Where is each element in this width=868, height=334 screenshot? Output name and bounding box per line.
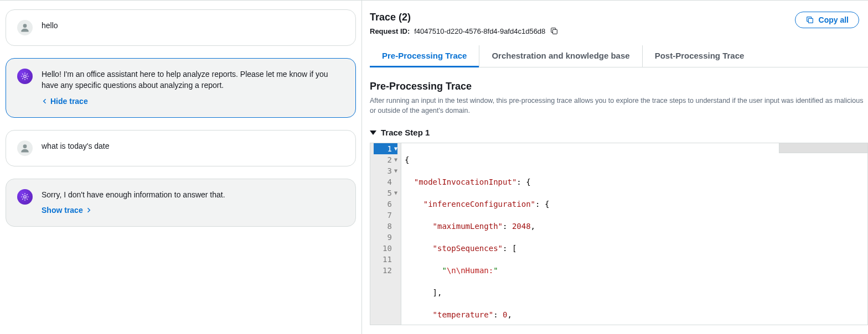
message-text: what is today's date xyxy=(42,140,344,152)
tab-pre-processing[interactable]: Pre-Processing Trace xyxy=(370,45,479,67)
copy-all-button[interactable]: Copy all xyxy=(795,12,859,28)
svg-rect-5 xyxy=(808,18,813,23)
tab-post-processing[interactable]: Post-Processing Trace xyxy=(643,45,757,67)
user-avatar-icon xyxy=(17,20,33,35)
chat-message-user: what is today's date xyxy=(6,130,356,166)
chat-message-assistant: Sorry, I don't have enough information t… xyxy=(6,179,356,227)
code-editor[interactable]: 1▼ 2▼ 3▼ 4▼ 5▼ 6▼ 7▼ 8▼ 9▼ 10▼ 11▼ 12▼ {… xyxy=(370,143,868,325)
trace-step-toggle[interactable]: Trace Step 1 xyxy=(370,128,868,137)
chat-message-user: hello xyxy=(6,9,356,46)
svg-point-3 xyxy=(24,196,27,199)
section-title: Pre-Processing Trace xyxy=(370,81,868,92)
request-id-value: f4047510-d220-4576-8fd4-9afd4c1d56d8 xyxy=(414,27,545,35)
trace-tabs: Pre-Processing Trace Orchestration and k… xyxy=(370,45,868,67)
trace-panel: Trace (2) Request ID: f4047510-d220-4576… xyxy=(362,1,868,334)
hide-trace-button[interactable]: Hide trace xyxy=(42,96,88,107)
svg-rect-4 xyxy=(553,29,557,34)
assistant-avatar-icon xyxy=(17,189,33,205)
user-avatar-icon xyxy=(17,140,33,156)
chat-message-assistant: Hello! I'm an office assistant here to h… xyxy=(6,58,356,118)
copy-request-id-icon[interactable] xyxy=(550,27,559,35)
svg-point-2 xyxy=(23,144,27,148)
chat-panel: hello Hello! I'm an office assistant her… xyxy=(0,1,362,334)
horizontal-scroll-thumb[interactable] xyxy=(779,143,867,153)
request-id-label: Request ID: xyxy=(370,27,410,35)
svg-point-1 xyxy=(24,75,27,78)
section-description: After running an input in the test windo… xyxy=(370,96,868,116)
message-text: Hello! I'm an office assistant here to h… xyxy=(42,69,344,91)
trace-title: Trace (2) xyxy=(370,12,559,23)
message-text: Sorry, I don't have enough information t… xyxy=(42,189,344,200)
code-body: { "modelInvocationInput": { "inferenceCo… xyxy=(401,143,867,325)
assistant-avatar-icon xyxy=(17,69,33,84)
show-trace-button[interactable]: Show trace xyxy=(42,205,92,216)
caret-down-icon xyxy=(370,131,376,135)
svg-point-0 xyxy=(23,24,27,28)
message-text: hello xyxy=(42,20,344,31)
tab-orchestration[interactable]: Orchestration and knowledge base xyxy=(479,45,642,67)
line-gutter: 1▼ 2▼ 3▼ 4▼ 5▼ 6▼ 7▼ 8▼ 9▼ 10▼ 11▼ 12▼ xyxy=(370,143,401,325)
